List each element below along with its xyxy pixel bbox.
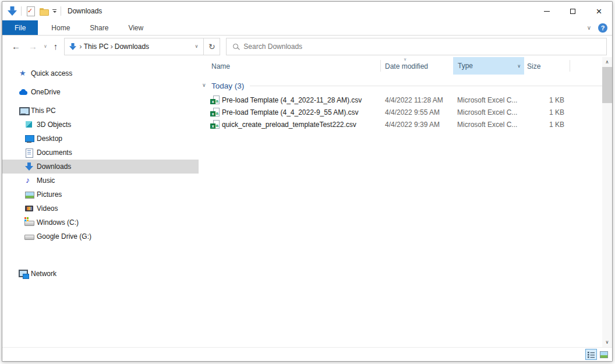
large-icons-view-icon <box>600 351 608 358</box>
maximize-button[interactable] <box>560 2 586 20</box>
back-button[interactable]: ← <box>8 42 24 51</box>
downloads-folder-icon <box>69 43 77 51</box>
sidebar-item-label: Desktop <box>37 135 62 143</box>
vertical-scrollbar[interactable]: ∧ ∨ <box>602 57 612 347</box>
help-button[interactable]: ? <box>598 23 607 33</box>
music-note-icon: ♪ <box>24 176 34 185</box>
sidebar-item-google-drive[interactable]: Google Drive (G:) <box>2 229 199 243</box>
pc-icon <box>19 106 28 115</box>
file-name: Pre-load Template (4_4_2022-11_28 AM).cs… <box>222 96 362 104</box>
column-header-date-modified[interactable]: Date modified <box>385 62 428 70</box>
search-box <box>226 38 607 55</box>
scrollbar-thumb[interactable] <box>602 67 612 103</box>
address-bar[interactable]: › This PC › Downloads ∨ ↻ <box>64 38 220 55</box>
file-date-modified: 4/4/2022 11:28 AM <box>385 96 443 104</box>
close-button[interactable]: × <box>586 2 612 20</box>
column-divider[interactable] <box>570 60 570 72</box>
sidebar-item-network[interactable]: Network <box>2 267 199 281</box>
sidebar-item-label: Documents <box>37 149 72 157</box>
scroll-up-icon[interactable]: ∧ <box>602 57 612 67</box>
divider <box>21 6 22 16</box>
file-type: Microsoft Excel C... <box>457 108 517 116</box>
up-button[interactable]: ↑ <box>50 42 62 51</box>
new-folder-icon[interactable] <box>39 6 48 16</box>
recent-locations-chevron-icon[interactable]: ∨ <box>41 44 50 49</box>
sidebar-item-videos[interactable]: Videos <box>2 202 199 215</box>
video-icon <box>24 204 34 213</box>
sidebar-item-3d-objects[interactable]: 3D Objects <box>2 118 199 132</box>
drive-icon <box>24 232 34 241</box>
breadcrumb-downloads[interactable]: Downloads <box>115 43 149 51</box>
group-header-today: ∨ Today (3) <box>199 79 612 92</box>
cube-icon <box>24 120 34 129</box>
column-header-name[interactable]: Name <box>211 62 230 70</box>
details-view-button[interactable] <box>585 349 597 360</box>
ribbon-tabs: File Home Share View ∨ ? <box>2 20 612 36</box>
cloud-icon <box>19 87 28 97</box>
column-header-size[interactable]: Size <box>527 62 540 70</box>
document-icon <box>24 148 34 157</box>
group-label[interactable]: Today (3) <box>211 82 244 90</box>
sidebar-item-documents[interactable]: Documents <box>2 146 199 160</box>
breadcrumb-this-pc[interactable]: This PC <box>84 43 109 51</box>
address-dropdown-chevron-icon[interactable]: ∨ <box>190 44 204 49</box>
file-row[interactable]: ax Pre-load Template (4_4_2022-11_28 AM)… <box>199 94 588 107</box>
star-icon: ★ <box>19 69 28 78</box>
download-arrow-icon <box>24 162 34 171</box>
windows-drive-icon <box>24 218 34 227</box>
sidebar-item-desktop[interactable]: Desktop <box>2 132 199 146</box>
sidebar-item-pictures[interactable]: Pictures <box>2 188 199 202</box>
details-view-icon <box>588 351 595 358</box>
sidebar-item-windows-c[interactable]: Windows (C:) <box>2 215 199 229</box>
column-header-row: Name ∨ Date modified Type ∨ Size <box>199 57 612 75</box>
column-divider[interactable] <box>380 60 381 72</box>
file-type: Microsoft Excel C... <box>457 121 517 129</box>
file-row[interactable]: ax quick_create_preload_templateTest222.… <box>199 119 588 131</box>
sidebar-item-label: Google Drive (G:) <box>37 232 91 241</box>
large-icons-view-button[interactable] <box>598 349 610 360</box>
tab-share[interactable]: Share <box>80 20 118 35</box>
customize-toolbar-chevron-icon[interactable] <box>52 9 56 13</box>
navigation-bar: ← → ∨ ↑ › This PC › Downloads ∨ ↻ <box>2 36 612 57</box>
minimize-icon <box>544 11 550 12</box>
file-name: Pre-load Template (4_4_2022-9_55 AM).csv <box>222 108 359 116</box>
quick-access-toolbar: ✓ Downloads <box>2 2 102 20</box>
excel-csv-file-icon: ax <box>210 108 220 117</box>
filter-chevron-icon[interactable]: ∨ <box>517 63 521 69</box>
picture-icon <box>24 190 34 199</box>
network-icon <box>19 269 28 278</box>
breadcrumb-separator-icon: › <box>110 42 112 51</box>
sidebar-item-label: Network <box>31 270 56 278</box>
file-rows: ax Pre-load Template (4_4_2022-11_28 AM)… <box>199 94 612 131</box>
tab-home[interactable]: Home <box>41 20 80 35</box>
sidebar-item-quick-access[interactable]: ★ Quick access <box>2 66 199 80</box>
properties-check-icon[interactable]: ✓ <box>26 6 35 16</box>
desktop-icon <box>24 134 34 143</box>
forward-button[interactable]: → <box>24 42 41 51</box>
tab-file[interactable]: File <box>2 20 38 35</box>
file-name: quick_create_preload_templateTest222.csv <box>222 121 356 129</box>
sidebar-item-label: OneDrive <box>31 88 61 96</box>
search-input[interactable] <box>243 43 606 51</box>
sort-descending-chevron-icon: ∨ <box>404 57 407 62</box>
file-row[interactable]: ax Pre-load Template (4_4_2022-9_55 AM).… <box>199 107 588 119</box>
file-date-modified: 4/4/2022 9:55 AM <box>385 108 440 116</box>
windows-logo-icon <box>24 217 29 221</box>
excel-csv-file-icon: ax <box>210 96 220 105</box>
sidebar-item-label: Music <box>37 176 55 185</box>
column-header-type[interactable]: Type ∨ <box>453 57 524 75</box>
minimize-button[interactable] <box>533 2 560 20</box>
sidebar-item-music[interactable]: ♪ Music <box>2 174 199 188</box>
collapse-group-chevron-icon[interactable]: ∨ <box>202 82 206 88</box>
navigation-pane: ★ Quick access OneDrive This PC 3D Objec… <box>2 57 199 347</box>
tab-view[interactable]: View <box>118 20 153 35</box>
expand-ribbon-chevron-icon[interactable]: ∨ <box>587 24 591 31</box>
sidebar-item-downloads[interactable]: Downloads <box>2 160 199 174</box>
search-icon <box>233 44 238 49</box>
sidebar-item-this-pc[interactable]: This PC <box>2 104 199 118</box>
sidebar-item-label: Videos <box>37 204 58 213</box>
scroll-down-icon[interactable]: ∨ <box>602 337 612 347</box>
file-date-modified: 4/4/2022 9:39 AM <box>385 121 440 129</box>
sidebar-item-onedrive[interactable]: OneDrive <box>2 85 199 99</box>
refresh-button[interactable]: ↻ <box>203 38 220 55</box>
